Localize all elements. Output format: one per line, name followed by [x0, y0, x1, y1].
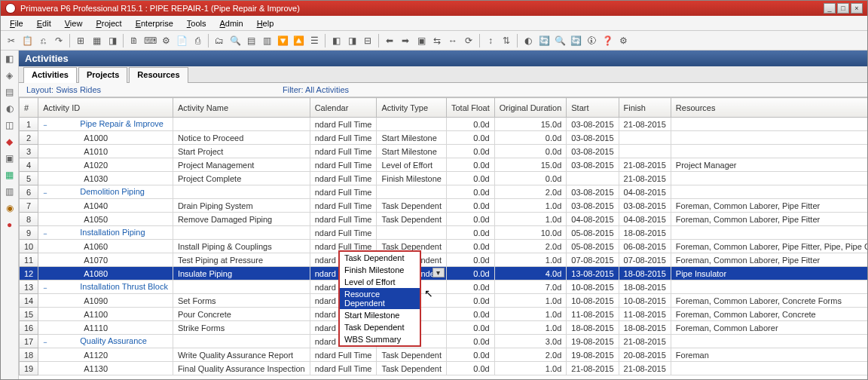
cell[interactable]: 04-08-2015 — [619, 213, 671, 226]
activity-row[interactable]: 14A1090Set Formsndard Full Time0.0d1.0d1… — [20, 294, 868, 308]
cell[interactable]: 0.0d — [446, 335, 494, 348]
cell[interactable]: 2 — [20, 131, 38, 145]
cell[interactable]: 0.0d — [446, 253, 494, 267]
cell[interactable]: 0.0d — [494, 172, 567, 185]
column-header[interactable]: Total Float — [446, 98, 494, 118]
activity-type-dropdown[interactable]: Task DependentFinish MilestoneLevel of E… — [338, 250, 421, 347]
cell[interactable]: 0.0d — [446, 240, 494, 253]
cell[interactable]: Foreman, Common Laborer, Concrete — [671, 308, 867, 321]
toolbar-button[interactable]: 🔼 — [291, 33, 306, 48]
activity-row[interactable]: 4A1020Project Managementndard Full TimeL… — [20, 158, 868, 172]
activity-row[interactable]: 17− Quality Assurancendard Full Time0.0d… — [20, 335, 868, 348]
cell[interactable]: Start Milestone — [377, 131, 447, 145]
cell[interactable]: Set Forms — [173, 294, 310, 308]
cell[interactable]: 16 — [20, 321, 38, 335]
cell[interactable]: 10-08-2015 — [567, 294, 619, 308]
cell[interactable] — [619, 131, 671, 145]
close-button[interactable]: × — [851, 3, 863, 14]
toolbar-button[interactable]: ⌨ — [142, 33, 157, 48]
cell[interactable]: − Installation Thrust Block — [38, 280, 173, 294]
cell[interactable]: 0.0d — [446, 267, 494, 280]
toolbar-button[interactable]: ◐ — [521, 33, 536, 48]
toolbar-button[interactable]: ▥ — [259, 33, 274, 48]
cell[interactable]: 05-08-2015 — [567, 240, 619, 253]
column-header[interactable]: Finish — [619, 98, 671, 118]
cell[interactable]: 4.0d — [494, 267, 567, 280]
tab-projects[interactable]: Projects — [78, 67, 127, 83]
cell[interactable]: Remove Damaged Piping — [173, 213, 310, 226]
toolbar-button[interactable]: 🛈 — [584, 33, 599, 48]
activity-row[interactable]: 16A1110Strike Formsndard Full Time0.0d1.… — [20, 321, 868, 335]
cell[interactable]: − Quality Assurance — [38, 335, 173, 348]
activity-row[interactable]: 9− Installation Pipingndard Full Time0.0… — [20, 226, 868, 240]
cell[interactable]: Insulate Piping — [173, 267, 310, 280]
column-header[interactable]: Activity ID — [38, 98, 173, 118]
cell[interactable]: Final Quality Assurance Inspection — [173, 362, 310, 375]
sidebar-icon[interactable]: ▥ — [4, 186, 16, 198]
cell[interactable] — [173, 185, 310, 199]
cell[interactable]: 14 — [20, 294, 38, 308]
cell[interactable]: 20-08-2015 — [619, 348, 671, 362]
menu-file[interactable]: File — [4, 17, 29, 29]
column-header[interactable]: Calendar — [310, 98, 377, 118]
cell[interactable]: 1.0d — [494, 362, 567, 375]
column-header[interactable]: Resources — [671, 98, 867, 118]
activity-row[interactable]: 7A1040Drain Piping Systemndard Full Time… — [20, 199, 868, 213]
cell[interactable]: 1.0d — [494, 253, 567, 267]
cell[interactable]: Task Dependent — [377, 362, 447, 375]
cell[interactable]: 10.0d — [494, 226, 567, 240]
cell[interactable]: 13-08-2015 — [567, 267, 619, 280]
cell[interactable]: 15.0d — [494, 158, 567, 172]
cell[interactable]: 15.0d — [494, 118, 567, 131]
toolbar-button[interactable]: ⊞ — [73, 33, 88, 48]
cell[interactable]: 1.0d — [494, 308, 567, 321]
activity-row[interactable]: 8A1050Remove Damaged Pipingndard Full Ti… — [20, 213, 868, 226]
toolbar-button[interactable]: ⎙ — [190, 33, 205, 48]
cell[interactable]: Foreman, Common Laborer, Pipe Fitter — [671, 253, 867, 267]
cell[interactable]: Foreman — [671, 348, 867, 362]
cell[interactable]: 04-08-2015 — [619, 185, 671, 199]
cell[interactable]: 0.0d — [446, 294, 494, 308]
cell[interactable] — [173, 226, 310, 240]
cell[interactable]: Foreman, Common Laborer, Pipe Fitter — [671, 199, 867, 213]
cell[interactable]: Task Dependent — [377, 348, 447, 362]
cell[interactable] — [619, 145, 671, 158]
maximize-button[interactable]: □ — [837, 3, 849, 14]
toolbar-button[interactable]: ▦ — [89, 33, 104, 48]
cell[interactable]: 11 — [20, 253, 38, 267]
cell[interactable] — [671, 226, 867, 240]
sidebar-icon[interactable]: ◧ — [4, 54, 16, 66]
cell[interactable]: 15 — [20, 308, 38, 321]
toolbar-button[interactable]: ⇅ — [499, 33, 514, 48]
cell[interactable]: Finish Milestone — [377, 172, 447, 185]
cell[interactable]: 2.0d — [494, 348, 567, 362]
cell[interactable]: Level of Effort — [377, 158, 447, 172]
toolbar-button[interactable]: 🔽 — [275, 33, 290, 48]
sidebar-icon[interactable]: ▣ — [4, 153, 16, 165]
cell[interactable]: Strike Forms — [173, 321, 310, 335]
sidebar-icon[interactable]: ◆ — [4, 136, 16, 149]
cell[interactable]: 2.0d — [494, 240, 567, 253]
toolbar-button[interactable]: ❓ — [600, 33, 615, 48]
cell[interactable]: 0.0d — [446, 362, 494, 375]
toolbar-button[interactable]: ⇆ — [429, 33, 445, 48]
cell[interactable]: Foreman, Common Laborer — [671, 321, 867, 335]
cell[interactable] — [671, 172, 867, 185]
tab-activities[interactable]: Activities — [23, 67, 77, 83]
cell[interactable] — [671, 145, 867, 158]
cell[interactable]: 19 — [20, 362, 38, 375]
toolbar-button[interactable]: ⟳ — [461, 33, 476, 48]
column-header[interactable]: Original Duration — [494, 98, 567, 118]
cell[interactable]: 03-08-2015 — [619, 199, 671, 213]
activity-row[interactable]: 18A1120Write Quality Assurance Reportnda… — [20, 348, 868, 362]
sidebar-icon[interactable]: ◐ — [4, 103, 16, 115]
toolbar-button[interactable]: ◧ — [329, 33, 344, 48]
cell[interactable]: 0.0d — [446, 308, 494, 321]
cell[interactable] — [671, 118, 867, 131]
cell[interactable]: A1090 — [38, 294, 173, 308]
cell[interactable]: 03-08-2015 — [567, 199, 619, 213]
cell[interactable]: Project Manager — [671, 158, 867, 172]
cell[interactable] — [377, 118, 447, 131]
cell[interactable]: 8 — [20, 213, 38, 226]
dropdown-option[interactable]: Resource Dependent — [340, 288, 420, 309]
